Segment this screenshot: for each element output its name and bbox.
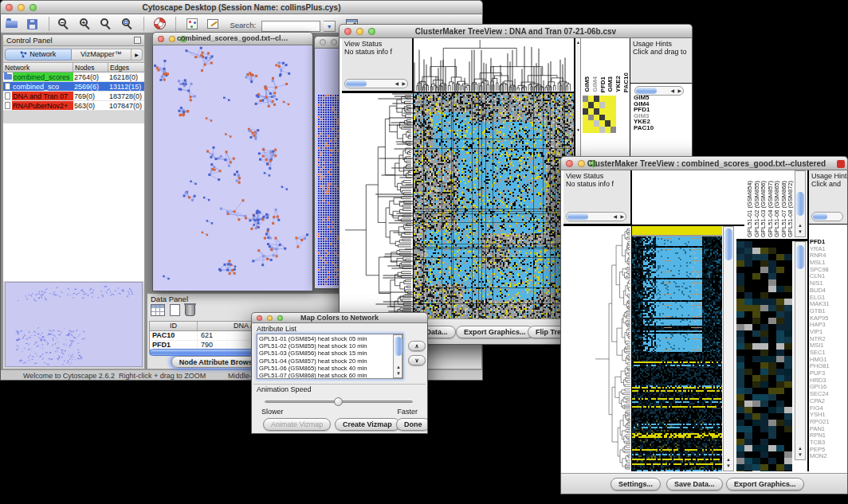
tv2-gene-label[interactable]: RPN1 (810, 432, 847, 440)
matrix-cell[interactable] (605, 120, 610, 127)
scroll-up-icon[interactable]: ▲ (795, 222, 805, 229)
animate-vizmap-button[interactable]: Animate Vizmap (263, 418, 331, 431)
matrix-cell[interactable] (605, 102, 610, 108)
tv1-column-label[interactable]: PFD1 (600, 76, 607, 92)
tv2-settings-button[interactable]: Settings... (610, 478, 661, 490)
scroll-up-icon[interactable]: ▲ (724, 456, 733, 463)
network-canvas[interactable] (153, 45, 312, 290)
scroll-down-icon[interactable]: ▼ (795, 229, 805, 235)
tv2-gene-label[interactable]: RPO21 (810, 419, 847, 426)
tv2-gene-label[interactable]: HRD3 (810, 377, 847, 385)
tv2-gene-label[interactable]: YSH1 (810, 412, 847, 419)
tv2-gene-label[interactable]: MSL1 (810, 260, 847, 267)
matrix-cell[interactable] (588, 96, 594, 102)
tv1-gene-label[interactable]: PAC10 (634, 125, 689, 131)
matrix-cell[interactable] (605, 115, 610, 121)
matrix-cell[interactable] (594, 115, 599, 121)
network-overview-canvas[interactable] (6, 283, 142, 366)
attribute-list-item[interactable]: GPL51-03 (GSM856) heat shock 15 min (259, 350, 401, 357)
move-up-button[interactable]: ∧ (408, 341, 426, 351)
tv2-column-label[interactable]: GPL51-01 (GSM854) (747, 181, 753, 237)
attribute-list-item[interactable]: GPL51-07 (GSM868) heat shock 60 min (259, 372, 401, 379)
close-button[interactable] (257, 315, 262, 321)
tv2-heatmap-scrollbar[interactable]: ▲ ▼ (723, 226, 734, 471)
tv1-cluster-matrix[interactable] (583, 96, 616, 133)
tv2-gene-label[interactable]: KAP95 (810, 315, 847, 322)
tv2-gene-label[interactable]: CLN1 (810, 273, 847, 280)
tv2-gene-label[interactable]: BUD4 (810, 287, 847, 295)
tv1-row-dendrogram[interactable] (342, 93, 413, 318)
tv2-gene-label[interactable]: SEC1 (810, 350, 847, 357)
scroll-right-icon[interactable]: ▶ (620, 213, 624, 221)
tv1-column-label[interactable]: GIM4 (592, 76, 599, 92)
matrix-cell[interactable] (610, 120, 616, 127)
matrix-cell[interactable] (583, 127, 588, 133)
tv2-gene-label[interactable]: TCB3 (810, 440, 847, 447)
network-overview-panel[interactable] (5, 282, 143, 367)
tv2-gene-label[interactable]: SEC24 (810, 391, 847, 398)
matrix-cell[interactable] (583, 108, 588, 115)
tv2-gene-label[interactable]: RNR4 (810, 252, 847, 260)
attribute-list-item[interactable]: GPL51-04 (GSM857) heat shock 20 min (259, 357, 401, 365)
tv2-gene-label[interactable]: PHO81 (810, 363, 847, 370)
column-header-edges[interactable]: Edges (108, 63, 144, 72)
tab-network[interactable]: Network (5, 49, 72, 61)
scroll-down-icon[interactable]: ▼ (576, 127, 580, 132)
tv1-status-scrollbar[interactable]: ◀▶ (344, 79, 408, 88)
tv2-export-graphics-button[interactable]: Export Graphics... (726, 478, 804, 490)
search-dropdown-button[interactable]: ▼ (324, 21, 336, 32)
tv1-gene-label[interactable]: PFD1 (634, 107, 689, 113)
open-session-icon[interactable] (4, 16, 20, 32)
tv2-row-dendrogram[interactable] (563, 226, 631, 471)
new-attribute-icon[interactable] (170, 304, 180, 316)
matrix-cell[interactable] (599, 127, 605, 133)
column-header-network[interactable]: Network (3, 63, 73, 72)
tv2-gene-label[interactable]: NTR2 (810, 336, 847, 343)
treeview2-titlebar[interactable]: ClusterMaker TreeView : combined_scores_… (560, 156, 848, 170)
matrix-cell[interactable] (599, 102, 605, 108)
tv1-gene-label[interactable]: GIM4 (634, 101, 689, 107)
tv2-gene-label[interactable]: MAK31 (810, 301, 847, 308)
tv2-gene-label[interactable]: VIP1 (810, 329, 847, 336)
tv2-column-label[interactable]: GPL51-02 (GSM855) (754, 181, 760, 237)
matrix-cell[interactable] (610, 96, 616, 102)
search-input[interactable] (261, 21, 320, 32)
network-table-row[interactable]: combined_sco2569(6)13112(15) (3, 82, 144, 92)
vizmapper-icon[interactable] (184, 16, 200, 32)
tv2-column-label[interactable]: GPL51-03 (GSM856) (760, 181, 767, 237)
tv1-gene-label[interactable]: GIM5 (634, 95, 689, 101)
tv1-column-label[interactable]: GIM3 (607, 76, 614, 92)
matrix-cell[interactable] (594, 120, 599, 127)
scroll-up-icon[interactable]: ▲ (576, 40, 580, 45)
tv2-gene-label[interactable]: CPA2 (810, 398, 847, 405)
zoom-in-icon[interactable]: + (78, 16, 94, 32)
matrix-cell[interactable] (594, 108, 599, 115)
matrix-cell[interactable] (599, 96, 605, 102)
matrix-cell[interactable] (583, 102, 588, 108)
tab-vizmapper[interactable]: VizMapper™ (72, 49, 132, 61)
matrix-cell[interactable] (583, 96, 588, 102)
tv2-gene-label[interactable]: MON2 (810, 453, 847, 460)
help-icon[interactable] (152, 16, 168, 32)
tv2-gene-label[interactable]: GTB1 (810, 308, 847, 315)
tv2-gene-label[interactable]: PUF3 (810, 370, 847, 377)
attribute-list-item[interactable]: GPL51-01 (GSM854) heat shock 05 min (259, 335, 401, 342)
matrix-cell[interactable] (599, 108, 605, 115)
scroll-right-icon[interactable]: ▶ (402, 80, 406, 88)
matrix-cell[interactable] (583, 115, 588, 121)
tv2-usage-scrollbar[interactable] (811, 212, 843, 221)
minimize-button[interactable] (267, 315, 273, 321)
main-titlebar[interactable]: Cytoscape Desktop (Session Name: collins… (0, 0, 483, 14)
matrix-cell[interactable] (599, 120, 605, 127)
data-column-id[interactable]: ID (150, 322, 198, 330)
tv1-column-label[interactable]: PAC10 (623, 72, 630, 92)
matrix-cell[interactable] (594, 127, 599, 133)
tv1-export-graphics-button[interactable]: Export Graphics... (456, 326, 534, 338)
scroll-up-icon[interactable]: ▲ (795, 445, 805, 451)
move-down-button[interactable]: ∨ (408, 355, 426, 365)
tv2-labels-scrollbar[interactable]: ▲ ▼ (795, 170, 806, 237)
tv1-heatmap[interactable] (414, 93, 574, 318)
select-attributes-icon[interactable] (151, 304, 165, 316)
matrix-cell[interactable] (610, 108, 616, 115)
dialog-titlebar[interactable]: Map Colors to Network (251, 312, 428, 323)
